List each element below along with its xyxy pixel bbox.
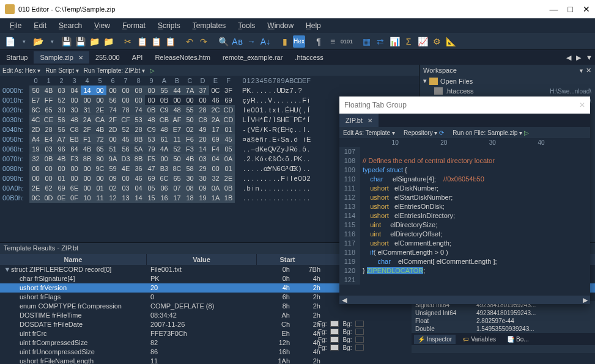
find-icon[interactable]: 🔍 — [217, 35, 229, 48]
bg-swatch[interactable] — [355, 321, 364, 327]
hex-row[interactable]: 0000h:504B030414000000080055447A370C3FPK… — [0, 86, 419, 95]
open-icon[interactable]: 📂 — [32, 35, 44, 48]
chart-icon[interactable]: 📈 — [416, 35, 429, 48]
edit-as-dropdown[interactable]: Edit As: Template ▾ — [343, 129, 395, 136]
save-icon[interactable]: 💾 — [60, 35, 72, 48]
chevron-left-icon[interactable]: ◀ — [564, 54, 574, 61]
paste-icon[interactable]: 📋 — [164, 35, 176, 48]
menu-templates[interactable]: Templates — [188, 20, 231, 31]
maximize-button[interactable]: □ — [568, 4, 573, 14]
inspector-tab[interactable]: ⚡Inspector — [414, 335, 456, 344]
fg-swatch[interactable] — [330, 321, 339, 327]
run-button[interactable]: ▷ — [150, 67, 155, 74]
hex-badge[interactable]: Hex — [293, 35, 305, 48]
tab-remote-example-rar[interactable]: remote_example.rar — [216, 51, 289, 64]
bg-swatch[interactable] — [355, 337, 364, 343]
chevron-down-icon[interactable]: ▾ — [46, 35, 58, 48]
bg-swatch[interactable] — [355, 344, 364, 351]
menu-format[interactable]: Format — [117, 20, 150, 31]
dropdown-icon[interactable]: ▼ — [583, 54, 595, 61]
tab--htaccess[interactable]: .htaccess — [289, 51, 329, 64]
save-all-icon[interactable]: 💾 — [74, 35, 86, 48]
tab-255-000[interactable]: 255.000 — [89, 51, 126, 64]
close-button[interactable]: ✕ — [583, 4, 590, 14]
tree-node-open-files[interactable]: ▾ Open Files — [419, 76, 595, 86]
calc-icon[interactable]: ▦ — [360, 35, 372, 48]
minimize-button[interactable]: — — [550, 4, 558, 14]
menu-tools[interactable]: Tools — [233, 20, 260, 31]
code-editor[interactable]: 107108// Defines the end of central dire… — [339, 147, 590, 296]
fg-swatch[interactable] — [330, 329, 339, 335]
template-row[interactable]: ushort frFileNameLength111Ah2h — [0, 357, 595, 364]
highlight-icon[interactable]: ▮ — [279, 35, 291, 48]
repository-dropdown[interactable]: Repository ▾ ⟳ — [404, 129, 444, 136]
close-icon[interactable]: ✕ — [368, 117, 372, 124]
checksum-icon[interactable]: Σ — [402, 35, 415, 48]
paste-icon[interactable]: 📋 — [150, 35, 162, 48]
menu-window[interactable]: Window — [262, 20, 298, 31]
tab-releasenotes-htm[interactable]: ReleaseNotes.htm — [149, 51, 216, 64]
chevron-right-icon[interactable]: ▶ — [574, 54, 583, 61]
tool-icon[interactable]: 📐 — [445, 35, 457, 48]
column-value[interactable]: Value — [147, 254, 257, 265]
run-script-dropdown[interactable]: Run Script ▾ — [45, 67, 78, 74]
run-on-file-dropdown[interactable]: Run on File: Sample.zip ▾ ▷ — [453, 129, 529, 136]
variables-tab[interactable]: 🏷Variables — [459, 335, 500, 344]
menu-help[interactable]: Help — [301, 20, 326, 31]
tag-icon: 🏷 — [463, 336, 469, 343]
floating-tab-group: Floating Tab Group ✕ ZIP.bt✕ Edit As: Te… — [339, 96, 590, 304]
column-start[interactable]: Start — [257, 254, 318, 265]
run-template-dropdown[interactable]: Run Template: ZIP.bt ▾ — [84, 67, 145, 74]
scroll-left-icon[interactable]: ◀ — [342, 296, 347, 304]
folder-icon — [429, 78, 438, 85]
goto-icon[interactable]: → — [245, 35, 257, 48]
bookmarks-tab[interactable]: 📑Bo... — [503, 335, 533, 344]
lines-icon[interactable]: ≡ — [327, 35, 339, 48]
menu-view[interactable]: View — [89, 20, 115, 31]
compare-icon[interactable]: ⇄ — [374, 35, 386, 48]
menu-scripts[interactable]: Scripts — [153, 20, 185, 31]
binary-icon[interactable]: 0101 — [341, 35, 353, 48]
bg-swatch[interactable] — [355, 329, 364, 335]
menu-edit[interactable]: Edit — [29, 20, 51, 31]
tab-zip-bt[interactable]: ZIP.bt✕ — [339, 114, 379, 127]
inspector-panel: Signed Int644923841801959243...Unsigned … — [412, 301, 595, 353]
new-icon[interactable]: 📄 — [4, 35, 16, 48]
tab-api[interactable]: API — [126, 51, 149, 64]
histogram-icon[interactable]: 📊 — [388, 35, 401, 48]
close-icon[interactable]: ✕ — [579, 101, 585, 109]
tab-startup[interactable]: Startup — [0, 51, 34, 64]
file-icon — [434, 87, 443, 95]
replace-icon[interactable]: A↓ — [259, 35, 272, 48]
lightning-icon: ⚡ — [418, 336, 425, 343]
folder-icon[interactable]: 📁 — [88, 35, 100, 48]
align-icon[interactable]: ¶ — [312, 35, 325, 48]
dropdown-icon[interactable]: ▼ — [578, 68, 584, 74]
undo-icon[interactable]: ↶ — [183, 35, 196, 48]
bookmark-icon: 📑 — [507, 336, 514, 343]
inspector-row: Float2.802597e-44 — [412, 317, 595, 325]
copy-icon[interactable]: 📋 — [136, 35, 148, 48]
folder-icon[interactable]: 📁 — [102, 35, 114, 48]
tool-icon[interactable]: ⚙ — [431, 35, 443, 48]
menu-search[interactable]: Search — [54, 20, 87, 31]
close-icon[interactable]: ✕ — [586, 67, 591, 74]
chevron-down-icon[interactable]: ▾ — [18, 35, 30, 48]
redo-icon[interactable]: ↷ — [198, 35, 210, 48]
titlebar: 010 Editor - C:\Temp\Sample.zip — □ ✕ — [0, 0, 595, 18]
tree-file-item[interactable]: .htaccessH:\Swe...nload\ — [419, 86, 595, 96]
menu-file[interactable]: File — [5, 20, 26, 31]
toolbar: 📄 ▾ 📂 ▾ 💾 💾 📁 📁 ✂ 📋 📋 📋 ↶ ↷ 🔍 Aʙ → A↓ ▮ … — [0, 33, 595, 50]
fg-swatch[interactable] — [330, 344, 339, 351]
cut-icon[interactable]: ✂ — [122, 35, 134, 48]
scroll-right-icon[interactable]: ▶ — [583, 296, 588, 304]
fg-swatch[interactable] — [330, 337, 339, 343]
close-icon[interactable]: ✕ — [78, 54, 83, 61]
edit-as-dropdown[interactable]: Edit As: Hex ▾ — [2, 67, 40, 74]
app-icon — [5, 4, 15, 14]
column-name[interactable]: Name — [0, 254, 147, 265]
hex-ruler: 0123456789ABCDEF 0123456789ABCDEF — [0, 76, 419, 86]
horizontal-scrollbar[interactable]: ◀ ▶ — [339, 296, 590, 304]
find-icon[interactable]: Aʙ — [231, 35, 243, 48]
tab-sample-zip[interactable]: Sample.zip✕ — [34, 51, 89, 64]
